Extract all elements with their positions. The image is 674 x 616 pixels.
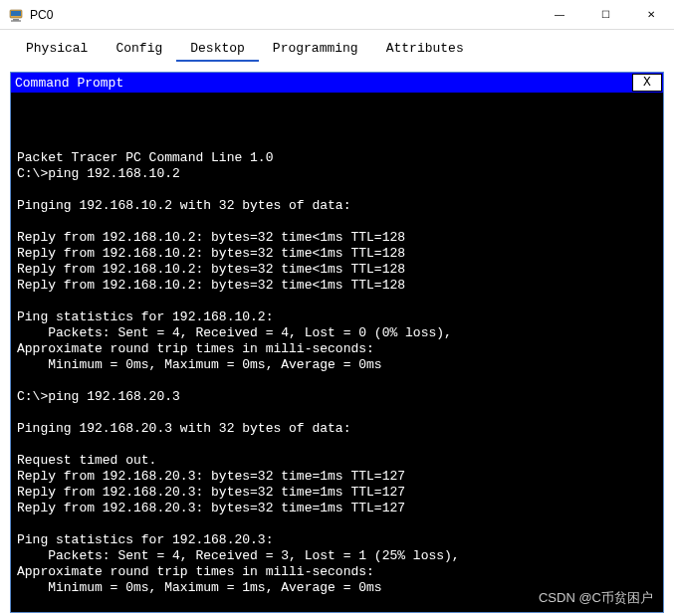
tab-attributes[interactable]: Attributes — [372, 38, 478, 62]
window-title: PC0 — [30, 8, 537, 22]
command-prompt-close-button[interactable]: X — [632, 74, 662, 92]
svg-rect-1 — [11, 11, 21, 16]
tab-physical[interactable]: Physical — [12, 38, 102, 62]
tab-programming[interactable]: Programming — [259, 38, 372, 62]
app-icon — [8, 7, 24, 23]
close-button[interactable]: ✕ — [628, 0, 674, 30]
maximize-button[interactable]: ☐ — [582, 0, 628, 30]
minimize-button[interactable]: — — [537, 0, 582, 30]
tab-desktop[interactable]: Desktop — [176, 38, 259, 62]
command-prompt-titlebar: Command Prompt X — [11, 73, 663, 93]
watermark: CSDN @C币贫困户 — [539, 590, 653, 606]
window-controls: — ☐ ✕ — [537, 0, 674, 30]
command-prompt-window: Command Prompt X Packet Tracer PC Comman… — [10, 72, 664, 613]
svg-rect-2 — [13, 19, 19, 21]
svg-rect-3 — [11, 20, 21, 21]
tab-config[interactable]: Config — [102, 38, 176, 62]
tab-bar: Physical Config Desktop Programming Attr… — [0, 30, 674, 62]
terminal-output: Packet Tracer PC Command Line 1.0 C:\>pi… — [17, 134, 657, 596]
terminal[interactable]: Packet Tracer PC Command Line 1.0 C:\>pi… — [11, 93, 663, 612]
window-titlebar: PC0 — ☐ ✕ — [0, 0, 674, 30]
command-prompt-title: Command Prompt — [15, 76, 632, 91]
